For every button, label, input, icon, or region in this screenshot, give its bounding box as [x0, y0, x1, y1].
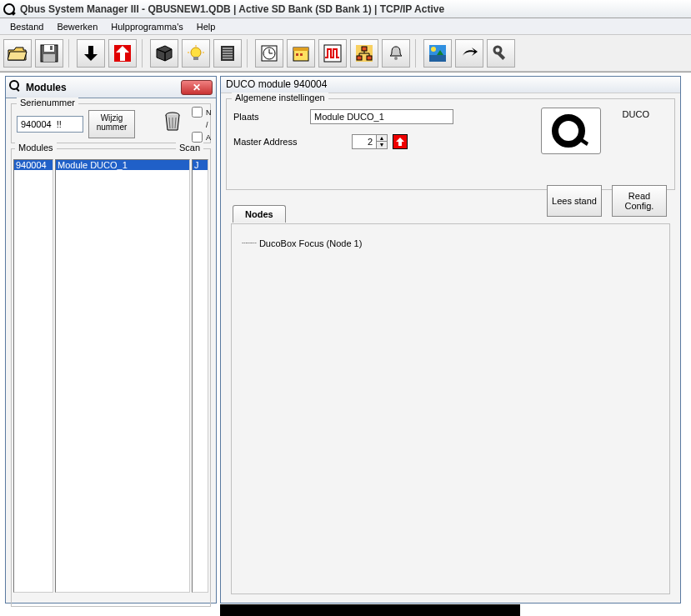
duco-brand-label: DUCO — [623, 109, 649, 119]
scene-button[interactable] — [423, 39, 452, 68]
plaats-input[interactable] — [310, 109, 453, 124]
algemene-instellingen-group: Algemene instellingen Plaats Master Addr… — [226, 98, 675, 190]
waveform-button[interactable] — [318, 39, 347, 68]
duco-panel: DUCO module 940004 Algemene instellingen… — [220, 76, 681, 603]
menubar: Bestand Bewerken Hulpprogramma's Help — [0, 18, 691, 35]
checkbox-a[interactable] — [192, 132, 203, 143]
svg-rect-27 — [357, 56, 362, 60]
row-scan[interactable]: J — [193, 160, 208, 170]
modules-window: Modules ✕ Serienummer Wijzig nummer N / … — [5, 76, 217, 603]
algemene-label: Algemene instellingen — [232, 93, 328, 103]
svg-rect-6 — [193, 57, 198, 60]
spinner-down-icon[interactable]: ▼ — [377, 142, 387, 148]
menu-bestand[interactable]: Bestand — [3, 20, 50, 33]
label-divider: / — [205, 122, 213, 130]
svg-point-32 — [431, 47, 436, 52]
label-n: N — [205, 107, 213, 120]
menu-help[interactable]: Help — [190, 20, 223, 33]
svg-rect-28 — [367, 56, 372, 60]
node-label: DucoBox Focus (Node 1) — [259, 238, 363, 248]
svg-point-5 — [191, 48, 201, 58]
calendar-button[interactable] — [287, 39, 315, 68]
svg-rect-3 — [50, 46, 53, 50]
close-button[interactable]: ✕ — [181, 80, 213, 95]
read-config-button[interactable]: Read Config. — [612, 185, 667, 217]
spinner-up-icon[interactable]: ▲ — [377, 135, 387, 142]
statusbar-dark — [220, 604, 520, 616]
toolbar — [0, 35, 691, 72]
row-name[interactable]: Module DUCO_1 — [56, 160, 189, 170]
open-button[interactable] — [3, 39, 32, 68]
save-button[interactable] — [35, 39, 63, 68]
app-icon — [3, 3, 15, 15]
serienummer-label: Serienummer — [17, 98, 78, 108]
list-button[interactable] — [213, 39, 242, 68]
list-col-id[interactable]: 940004 — [13, 159, 53, 593]
svg-rect-26 — [362, 47, 367, 51]
modules-icon — [9, 80, 21, 94]
scan-label: Scan — [176, 143, 203, 153]
bell-button[interactable] — [382, 39, 410, 68]
tab-nodes[interactable]: Nodes — [233, 205, 286, 223]
trash-icon[interactable] — [161, 110, 184, 135]
row-id[interactable]: 940004 — [14, 160, 53, 170]
list-col-name[interactable]: Module DUCO_1 — [55, 159, 190, 593]
svg-rect-22 — [296, 53, 298, 56]
svg-point-29 — [394, 57, 398, 60]
upload-arrow-icon[interactable] — [393, 134, 408, 149]
master-address-label: Master Address — [233, 137, 310, 147]
menu-bewerken[interactable]: Bewerken — [50, 20, 104, 33]
modules-list-label: Modules — [15, 143, 57, 153]
modules-button[interactable] — [150, 39, 178, 68]
master-address-input[interactable] — [352, 134, 377, 149]
list-col-scan[interactable]: J — [192, 159, 208, 593]
forward-button[interactable] — [455, 39, 483, 68]
settings-button[interactable] — [487, 39, 515, 68]
svg-rect-2 — [43, 54, 55, 62]
svg-rect-31 — [429, 55, 446, 62]
network-button[interactable] — [350, 39, 378, 68]
label-a: A — [205, 132, 213, 145]
clock-button[interactable] — [255, 39, 283, 68]
duco-panel-title: DUCO module 940004 — [221, 77, 680, 93]
lights-button[interactable] — [182, 39, 210, 68]
svg-rect-23 — [300, 53, 303, 56]
modules-titlebar: Modules ✕ — [6, 77, 216, 98]
svg-point-41 — [555, 118, 582, 144]
duco-logo — [541, 108, 601, 154]
menu-hulpprogrammas[interactable]: Hulpprogramma's — [104, 20, 189, 33]
tree-node-1[interactable]: ┄┄┄ DucoBox Focus (Node 1) — [242, 238, 659, 248]
modules-title: Modules — [26, 82, 67, 93]
svg-rect-1 — [44, 45, 54, 52]
workspace: Modules ✕ Serienummer Wijzig nummer N / … — [0, 72, 691, 616]
window-title: Qbus System Manager III - QBUSNEW1.QDB |… — [20, 3, 444, 15]
arrow-down-button[interactable] — [77, 39, 105, 68]
modules-list-group: Modules Scan 940004 Module DUCO_1 J — [11, 148, 211, 607]
window-titlebar: Qbus System Manager III - QBUSNEW1.QDB |… — [0, 0, 691, 18]
serienummer-input[interactable] — [17, 116, 83, 133]
na-checkboxes: N / A — [189, 105, 218, 147]
tree-connector-icon: ┄┄┄ — [242, 238, 256, 248]
plaats-label: Plaats — [233, 112, 310, 122]
wijzig-nummer-button[interactable]: Wijzig nummer — [88, 110, 135, 138]
lees-stand-button[interactable]: Lees stand — [547, 185, 602, 217]
svg-rect-21 — [293, 48, 308, 51]
nodes-group: ┄┄┄ DucoBox Focus (Node 1) — [231, 223, 670, 594]
master-address-spinner[interactable]: ▲ ▼ — [376, 134, 388, 149]
checkbox-n[interactable] — [192, 107, 203, 118]
arrow-up-button[interactable] — [108, 39, 137, 68]
